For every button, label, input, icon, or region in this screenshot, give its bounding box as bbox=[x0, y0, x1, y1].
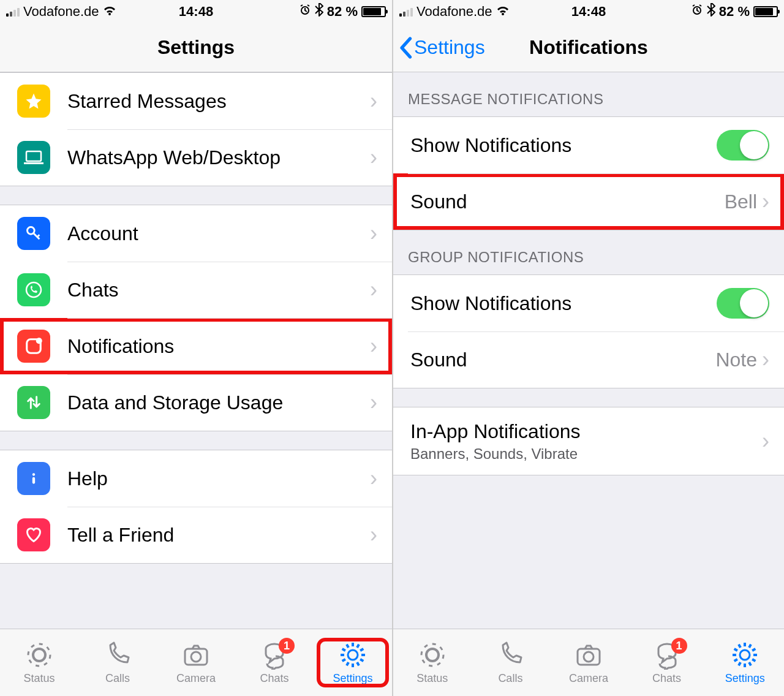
svg-point-10 bbox=[28, 644, 50, 666]
svg-line-25 bbox=[360, 649, 363, 651]
status-icon bbox=[418, 640, 447, 670]
row-label: Show Notifications bbox=[410, 292, 717, 315]
tab-label: Settings bbox=[725, 672, 765, 685]
camera-icon bbox=[181, 640, 211, 670]
tab-label: Settings bbox=[333, 672, 372, 685]
row-notifications[interactable]: Notifications› bbox=[0, 318, 392, 374]
svg-point-6 bbox=[36, 338, 42, 344]
carrier-label: Vodafone.de bbox=[417, 4, 492, 20]
tab-label: Camera bbox=[176, 672, 216, 685]
chevron-right-icon: › bbox=[370, 392, 377, 414]
camera-icon bbox=[574, 640, 603, 670]
chevron-right-icon: › bbox=[370, 335, 377, 357]
row-chats[interactable]: Chats› bbox=[0, 262, 392, 318]
page-title: Settings bbox=[157, 36, 235, 59]
settings-screen: Vodafone.de 14:48 82 % Settings Starred … bbox=[0, 0, 392, 696]
tab-calls[interactable]: Calls bbox=[477, 640, 544, 685]
toggle-on[interactable] bbox=[717, 288, 769, 319]
tab-status[interactable]: Status bbox=[399, 640, 466, 685]
row-label: Account bbox=[67, 222, 370, 245]
tab-status[interactable]: Status bbox=[6, 640, 73, 685]
alarm-icon bbox=[299, 4, 311, 20]
svg-line-19 bbox=[342, 659, 345, 661]
svg-line-22 bbox=[347, 645, 349, 648]
whatsapp-icon bbox=[17, 273, 50, 306]
row-tell-friend[interactable]: Tell a Friend› bbox=[0, 507, 392, 563]
time-label: 14:48 bbox=[179, 4, 213, 20]
row-inapp-notifications[interactable]: In-App Notifications Banners, Sounds, Vi… bbox=[393, 407, 784, 475]
section-header-group: GROUP NOTIFICATIONS bbox=[393, 230, 784, 274]
back-button[interactable]: Settings bbox=[398, 36, 485, 59]
row-label: Sound bbox=[410, 191, 725, 213]
svg-line-37 bbox=[734, 659, 737, 661]
svg-line-16 bbox=[357, 662, 359, 665]
row-label: Show Notifications bbox=[410, 134, 717, 157]
key-icon bbox=[17, 217, 50, 250]
tab-label: Calls bbox=[105, 672, 130, 685]
tab-camera[interactable]: Camera bbox=[555, 640, 622, 685]
tab-chats[interactable]: 1Chats bbox=[633, 640, 701, 685]
tab-bar: StatusCallsCamera1ChatsSettings bbox=[393, 629, 784, 696]
tab-settings[interactable]: Settings bbox=[319, 640, 386, 685]
tab-chats[interactable]: 1Chats bbox=[241, 640, 308, 685]
row-msg-sound[interactable]: Sound Bell › bbox=[393, 173, 784, 230]
tab-label: Chats bbox=[652, 672, 681, 685]
section-header-message: MESSAGE NOTIFICATIONS bbox=[393, 72, 784, 116]
row-sublabel: Banners, Sounds, Vibrate bbox=[410, 445, 762, 463]
tab-calls[interactable]: Calls bbox=[84, 640, 151, 685]
row-whatsapp-web[interactable]: WhatsApp Web/Desktop› bbox=[0, 129, 392, 186]
chevron-right-icon: › bbox=[370, 467, 377, 490]
info-icon bbox=[17, 462, 50, 495]
bluetooth-icon bbox=[707, 3, 715, 20]
toggle-on[interactable] bbox=[717, 130, 769, 161]
row-label: Help bbox=[67, 467, 370, 490]
svg-point-12 bbox=[191, 652, 201, 662]
svg-line-15 bbox=[360, 659, 363, 661]
row-grp-show-notifications[interactable]: Show Notifications bbox=[393, 275, 784, 331]
chevron-right-icon: › bbox=[370, 524, 377, 546]
gear-icon bbox=[730, 640, 760, 670]
row-value: Bell bbox=[725, 191, 757, 213]
battery-icon bbox=[361, 6, 386, 17]
svg-line-34 bbox=[749, 662, 751, 665]
row-label: Data and Storage Usage bbox=[67, 392, 370, 414]
row-grp-sound[interactable]: Sound Note › bbox=[393, 331, 784, 388]
svg-point-27 bbox=[426, 649, 439, 661]
svg-line-43 bbox=[752, 649, 755, 651]
svg-line-42 bbox=[749, 645, 751, 648]
svg-point-4 bbox=[26, 282, 41, 297]
signal-icon bbox=[6, 7, 20, 17]
svg-rect-2 bbox=[24, 162, 43, 164]
row-account[interactable]: Account› bbox=[0, 205, 392, 262]
svg-rect-1 bbox=[26, 151, 41, 161]
chevron-right-icon: › bbox=[370, 279, 377, 301]
wifi-icon bbox=[496, 5, 510, 19]
settings-group-1: Starred Messages›WhatsApp Web/Desktop› bbox=[0, 72, 392, 186]
tab-settings[interactable]: Settings bbox=[711, 640, 778, 685]
row-help[interactable]: Help› bbox=[0, 450, 392, 507]
tab-label: Chats bbox=[260, 672, 288, 685]
svg-line-24 bbox=[357, 645, 359, 648]
row-label: Starred Messages bbox=[67, 90, 370, 113]
svg-line-40 bbox=[739, 645, 741, 648]
signal-icon bbox=[399, 7, 413, 17]
updown-icon bbox=[17, 386, 50, 419]
notif-icon bbox=[17, 330, 50, 363]
tab-label: Status bbox=[23, 672, 55, 685]
row-msg-show-notifications[interactable]: Show Notifications bbox=[393, 117, 784, 173]
tab-label: Camera bbox=[569, 672, 608, 685]
notifications-screen: Vodafone.de 14:48 82 % Settings Notifica… bbox=[392, 0, 784, 696]
tab-camera[interactable]: Camera bbox=[162, 640, 230, 685]
chevron-right-icon: › bbox=[370, 146, 377, 168]
svg-line-36 bbox=[739, 662, 741, 665]
status-bar: Vodafone.de 14:48 82 % bbox=[393, 0, 784, 23]
row-starred-messages[interactable]: Starred Messages› bbox=[0, 73, 392, 129]
svg-line-33 bbox=[752, 659, 755, 661]
alarm-icon bbox=[691, 4, 703, 20]
row-value: Note bbox=[715, 349, 757, 371]
row-label: WhatsApp Web/Desktop bbox=[67, 146, 370, 169]
phone-icon bbox=[103, 640, 132, 670]
row-label: Tell a Friend bbox=[67, 524, 370, 547]
row-data-storage[interactable]: Data and Storage Usage› bbox=[0, 374, 392, 431]
svg-point-9 bbox=[33, 649, 45, 661]
